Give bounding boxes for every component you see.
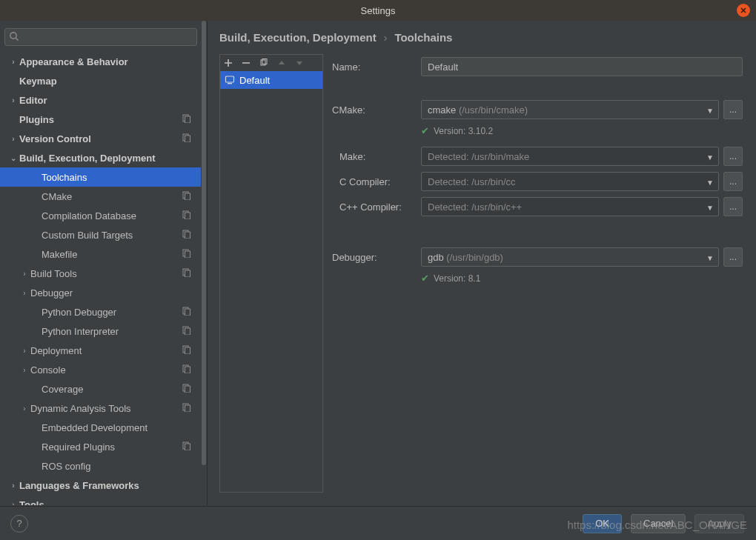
dialog-footer: ? OK Cancel Apply: [0, 506, 756, 540]
titlebar: Settings: [0, 0, 756, 21]
cxx-label: C++ Compiler:: [332, 201, 421, 213]
chevron-right-icon: ›: [19, 404, 30, 413]
project-scope-icon: [182, 307, 191, 318]
sidebar-item-compilation-database[interactable]: Compilation Database: [0, 206, 202, 225]
sidebar-item-python-debugger[interactable]: Python Debugger: [0, 302, 202, 321]
settings-search-input[interactable]: [4, 28, 197, 46]
chevron-right-icon: ›: [8, 501, 19, 506]
sidebar-item-label: Coverage: [42, 384, 83, 395]
debugger-browse-button[interactable]: ...: [723, 247, 743, 267]
chevron-right-icon: ›: [19, 270, 30, 278]
make-value: Detected: /usr/bin/make: [428, 151, 529, 162]
make-combo[interactable]: Detected: /usr/bin/make ▼: [421, 147, 719, 166]
sidebar-item-label: Tools: [19, 499, 44, 506]
sidebar-item-embedded-development[interactable]: Embedded Development: [0, 418, 202, 437]
debugger-hint: (/usr/bin/gdb): [446, 252, 503, 263]
help-button[interactable]: ?: [10, 515, 28, 533]
sidebar-item-appearance-behavior[interactable]: ›Appearance & Behavior: [0, 52, 202, 71]
add-icon[interactable]: [223, 58, 233, 68]
sidebar-item-label: Python Interpreter: [42, 326, 119, 337]
project-scope-icon: [182, 326, 191, 337]
sidebar-item-keymap[interactable]: Keymap: [0, 71, 202, 90]
chevron-right-icon: ›: [19, 289, 30, 297]
debugger-combo[interactable]: gdb (/usr/bin/gdb) ▼: [421, 247, 719, 267]
sidebar-scrollbar-thumb[interactable]: [202, 21, 206, 465]
sidebar-item-tools[interactable]: ›Tools: [0, 495, 202, 505]
sidebar-item-label: Compilation Database: [42, 210, 136, 221]
svg-rect-29: [185, 444, 190, 450]
sidebar-item-ros-config[interactable]: ROS config: [0, 456, 202, 476]
sidebar-item-toolchains[interactable]: Toolchains: [0, 167, 202, 187]
search-icon: [9, 31, 19, 41]
chevron-right-icon: ›: [384, 32, 388, 44]
sidebar-item-editor[interactable]: ›Editor: [0, 90, 202, 110]
chevron-right-icon: ›: [19, 366, 30, 374]
cc-combo[interactable]: Detected: /usr/bin/cc ▼: [421, 172, 719, 191]
sidebar-item-label: Makefile: [42, 249, 77, 260]
cmake-browse-button[interactable]: ...: [723, 100, 743, 119]
svg-rect-32: [226, 76, 234, 82]
sidebar-item-label: Required Plugins: [42, 441, 115, 453]
sidebar-scrollbar-track[interactable]: [201, 21, 207, 505]
project-scope-icon: [182, 133, 191, 144]
ok-button[interactable]: OK: [583, 514, 622, 533]
sidebar-item-console[interactable]: ›Console: [0, 360, 202, 379]
project-scope-icon: [182, 114, 191, 125]
sidebar-item-python-interpreter[interactable]: Python Interpreter: [0, 321, 202, 341]
sidebar-item-plugins[interactable]: Plugins: [0, 110, 202, 129]
project-scope-icon: [182, 230, 191, 241]
sidebar-item-label: Debugger: [30, 287, 73, 299]
svg-rect-7: [185, 193, 190, 200]
move-down-icon: [294, 58, 305, 68]
debugger-version: Version: 8.1: [434, 273, 480, 284]
project-scope-icon: [182, 384, 191, 395]
sidebar-item-label: CMake: [42, 191, 72, 202]
sidebar-item-coverage[interactable]: Coverage: [0, 379, 202, 399]
window-close-button[interactable]: [737, 4, 750, 17]
cxx-combo[interactable]: Detected: /usr/bin/c++ ▼: [421, 197, 719, 216]
debugger-value: gdb: [428, 252, 444, 263]
svg-rect-33: [228, 83, 232, 84]
sidebar-item-build-tools[interactable]: ›Build Tools: [0, 264, 202, 283]
sidebar-item-custom-build-targets[interactable]: Custom Build Targets: [0, 225, 202, 244]
breadcrumb-parent[interactable]: Build, Execution, Deployment: [219, 31, 377, 44]
sidebar-item-version-control[interactable]: ›Version Control: [0, 129, 202, 148]
project-scope-icon: [182, 364, 191, 376]
cmake-hint: (/usr/bin/cmake): [459, 104, 528, 116]
cmake-version-row: ✔ Version: 3.10.2: [332, 122, 743, 144]
chevron-right-icon: ›: [19, 347, 30, 355]
toolchains-list-panel: Default: [219, 54, 323, 493]
sidebar-item-required-plugins[interactable]: Required Plugins: [0, 437, 202, 456]
sidebar-item-languages-frameworks[interactable]: ›Languages & Frameworks: [0, 476, 202, 495]
cc-browse-button[interactable]: ...: [723, 172, 743, 191]
sidebar-item-label: Plugins: [19, 114, 54, 125]
toolchains-list[interactable]: Default: [220, 71, 322, 492]
apply-button[interactable]: Apply: [694, 514, 744, 533]
cmake-version: Version: 3.10.2: [434, 126, 493, 136]
cxx-browse-button[interactable]: ...: [723, 197, 743, 216]
project-scope-icon: [182, 268, 191, 279]
sidebar-item-label: Custom Build Targets: [42, 230, 133, 241]
breadcrumb-current: Toolchains: [394, 31, 452, 44]
sidebar-item-deployment[interactable]: ›Deployment: [0, 341, 202, 360]
cancel-button[interactable]: Cancel: [631, 514, 686, 533]
svg-rect-21: [185, 347, 190, 354]
copy-icon[interactable]: [259, 58, 269, 68]
toolchain-entry-default[interactable]: Default: [220, 71, 322, 89]
sidebar-item-dynamic-analysis-tools[interactable]: ›Dynamic Analysis Tools: [0, 399, 202, 418]
sidebar-item-label: Dynamic Analysis Tools: [30, 403, 131, 414]
cmake-combo[interactable]: cmake (/usr/bin/cmake) ▼: [421, 100, 719, 119]
sidebar-item-debugger[interactable]: ›Debugger: [0, 283, 202, 302]
sidebar-item-makefile[interactable]: Makefile: [0, 244, 202, 264]
make-label: Make:: [332, 151, 421, 162]
svg-rect-19: [185, 328, 190, 335]
svg-rect-25: [185, 386, 190, 393]
svg-rect-27: [185, 405, 190, 412]
sidebar-item-cmake[interactable]: CMake: [0, 187, 202, 206]
project-scope-icon: [182, 345, 191, 356]
remove-icon[interactable]: [241, 58, 251, 68]
name-input[interactable]: [421, 57, 743, 76]
sidebar-item-build-execution-deployment[interactable]: ⌄Build, Execution, Deployment: [0, 148, 202, 167]
make-browse-button[interactable]: ...: [723, 147, 743, 166]
sidebar-item-label: Editor: [19, 95, 47, 106]
